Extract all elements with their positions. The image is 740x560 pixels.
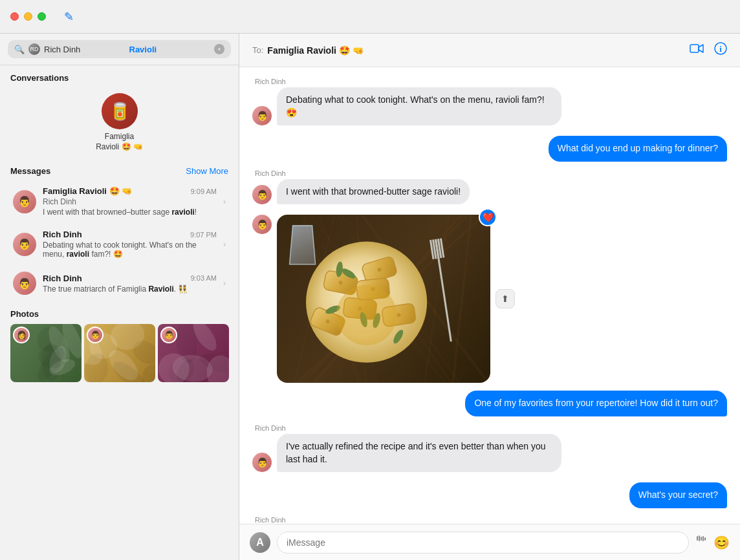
photos-section: Photos 👩 👨 👨 — [0, 301, 239, 390]
show-more-button[interactable]: Show More — [186, 166, 228, 176]
msg-sender-name-3: Rich Dinh — [252, 169, 727, 177]
msg-content-2: What did you end up making for dinner? — [549, 136, 727, 162]
message-result-2[interactable]: 👨 Rich Dinh 9:07 PM Debating what to coo… — [5, 224, 234, 264]
info-button[interactable]: i — [714, 42, 727, 58]
msg-result-text-3: The true matriarch of Famiglia Ravioli. … — [43, 285, 217, 294]
photo-thumb-2[interactable]: 👨 — [84, 324, 155, 382]
chat-area: To: Famiglia Ravioli 🤩 🤜 i — [239, 34, 740, 560]
chevron-icon-2: › — [223, 240, 226, 249]
msg-avatar-3: 👨 — [252, 185, 272, 204]
photos-grid: 👩 👨 👨 — [10, 324, 228, 382]
msg-result-content-3: Rich Dinh 9:03 AM The true matriarch of … — [43, 274, 217, 294]
msg-reaction: ❤️ — [479, 208, 497, 226]
minimize-button[interactable] — [24, 12, 32, 21]
msg-result-text-2: Debating what to cook tonight. What's on… — [43, 241, 217, 259]
msg-sender-name-8: Rich Dinh — [252, 516, 727, 524]
msg-group-6: Rich Dinh 👨 I've actually refined the re… — [252, 424, 727, 472]
chat-header-actions: i — [690, 42, 727, 58]
messages-container: Rich Dinh 👨 Debating what to cook tonigh… — [239, 67, 740, 524]
msg-result-content-1: Famiglia Ravioli 🤩 🤜 9:09 AM Rich Dinh I… — [43, 186, 217, 217]
msg-content-1: Debating what to cook tonight. What's on… — [277, 87, 561, 125]
search-icon: 🔍 — [14, 45, 25, 54]
photo-avatar-2: 👨 — [87, 327, 103, 343]
svg-rect-5 — [701, 537, 702, 541]
msg-bubble-6: I've actually refined the recipe and it'… — [277, 434, 561, 472]
conversation-item-famiglia[interactable]: 🥫 Famiglia Ravioli 🤩 🤜 — [0, 87, 239, 158]
photo-avatar-3: 👨 — [160, 327, 177, 343]
search-sender-name: Rich Dinh — [44, 45, 125, 54]
msg-row-3: 👨 I went with that browned-butter sage r… — [252, 179, 727, 205]
msg-row-5: One of my favorites from your repertoire… — [252, 391, 727, 416]
svg-rect-6 — [702, 536, 704, 541]
msg-result-avatar-2: 👨 — [13, 233, 36, 256]
message-result-3[interactable]: 👨 Rich Dinh 9:03 AM The true matriarch o… — [5, 266, 234, 300]
group-name-header: Famiglia Ravioli 🤩 🤜 — [267, 45, 363, 56]
msg-result-time-1: 9:09 AM — [191, 188, 217, 195]
msg-row-2: What did you end up making for dinner? — [252, 136, 727, 162]
maximize-button[interactable] — [38, 12, 46, 21]
msg-result-name-2: Rich Dinh — [43, 230, 82, 239]
msg-content-6: I've actually refined the recipe and it'… — [277, 434, 561, 472]
svg-rect-7 — [704, 537, 706, 541]
search-inner[interactable]: 🔍 RD Rich Dinh Ravioli × — [8, 40, 231, 58]
msg-bubble-5: One of my favorites from your repertoire… — [465, 391, 727, 416]
video-call-button[interactable] — [690, 43, 704, 57]
msg-group-3: Rich Dinh 👨 I went with that browned-but… — [252, 169, 727, 205]
emoji-button[interactable]: 😊 — [713, 535, 730, 550]
msg-bubble-3: I went with that browned-butter sage rav… — [277, 179, 470, 205]
msg-sender-name-1: Rich Dinh — [252, 78, 727, 85]
compose-button[interactable]: ✎ — [64, 10, 74, 24]
msg-result-time-3: 9:03 AM — [191, 274, 217, 282]
msg-group-1: Rich Dinh 👨 Debating what to cook tonigh… — [252, 78, 727, 125]
msg-result-avatar-3: 👨 — [13, 272, 36, 295]
search-bar: 🔍 RD Rich Dinh Ravioli × — [0, 34, 239, 65]
close-button[interactable] — [10, 12, 19, 21]
app-icon-button[interactable]: A — [250, 532, 270, 553]
svg-rect-3 — [697, 536, 698, 541]
msg-row-image: 👨 ❤️ ⬆ — [252, 215, 727, 383]
msg-row-6: 👨 I've actually refined the recipe and i… — [252, 434, 727, 472]
messages-section-header: Messages Show More — [0, 158, 239, 180]
messages-heading: Messages — [10, 166, 50, 176]
chat-header: To: Famiglia Ravioli 🤩 🤜 i — [239, 34, 740, 67]
to-label: To: — [252, 45, 263, 55]
conversations-heading: Conversations — [0, 65, 239, 87]
chat-header-title: To: Famiglia Ravioli 🤩 🤜 — [252, 45, 364, 56]
share-button[interactable]: ⬆ — [495, 289, 515, 308]
search-avatar-label: RD — [30, 46, 39, 52]
svg-rect-0 — [690, 45, 699, 52]
sidebar: 🔍 RD Rich Dinh Ravioli × Conversations 🥫… — [0, 34, 239, 560]
msg-result-name-3: Rich Dinh — [43, 274, 82, 283]
msg-row-1: 👨 Debating what to cook tonight. What's … — [252, 87, 727, 125]
msg-bubble-2: What did you end up making for dinner? — [549, 136, 727, 162]
msg-result-sender-1: Rich Dinh — [43, 197, 217, 206]
message-result-1[interactable]: 👨 Famiglia Ravioli 🤩 🤜 9:09 AM Rich Dinh… — [5, 181, 234, 222]
app-body: 🔍 RD Rich Dinh Ravioli × Conversations 🥫… — [0, 34, 740, 560]
msg-result-name-1: Famiglia Ravioli 🤩 🤜 — [43, 186, 132, 196]
msg-row-7: What's your secret? — [252, 482, 727, 508]
title-bar: ✎ — [0, 0, 740, 34]
msg-content-3: I went with that browned-butter sage rav… — [277, 179, 470, 205]
input-bar: A 😊 — [239, 524, 740, 560]
audio-button[interactable] — [695, 535, 707, 550]
search-query: Ravioli — [129, 45, 211, 54]
msg-avatar-image: 👨 — [252, 215, 272, 234]
conv-avatar: 🥫 — [102, 93, 138, 129]
search-clear-button[interactable]: × — [214, 44, 224, 54]
chevron-icon-1: › — [223, 197, 226, 206]
msg-image — [277, 215, 490, 383]
msg-avatar-1: 👨 — [252, 106, 272, 125]
msg-result-content-2: Rich Dinh 9:07 PM Debating what to cook … — [43, 230, 217, 259]
photo-thumb-1[interactable]: 👩 — [10, 324, 82, 382]
svg-rect-4 — [699, 535, 700, 541]
msg-sender-name-6: Rich Dinh — [252, 424, 727, 432]
msg-avatar-6: 👨 — [252, 453, 272, 472]
photo-thumb-3[interactable]: 👨 — [158, 324, 229, 382]
svg-text:i: i — [719, 44, 722, 54]
msg-content-5: One of my favorites from your repertoire… — [465, 391, 727, 416]
message-input[interactable] — [277, 532, 689, 554]
photo-avatar-1: 👩 — [13, 327, 30, 343]
photos-heading: Photos — [10, 309, 228, 319]
msg-bubble-7: What's your secret? — [629, 482, 727, 508]
msg-content-7: What's your secret? — [629, 482, 727, 508]
